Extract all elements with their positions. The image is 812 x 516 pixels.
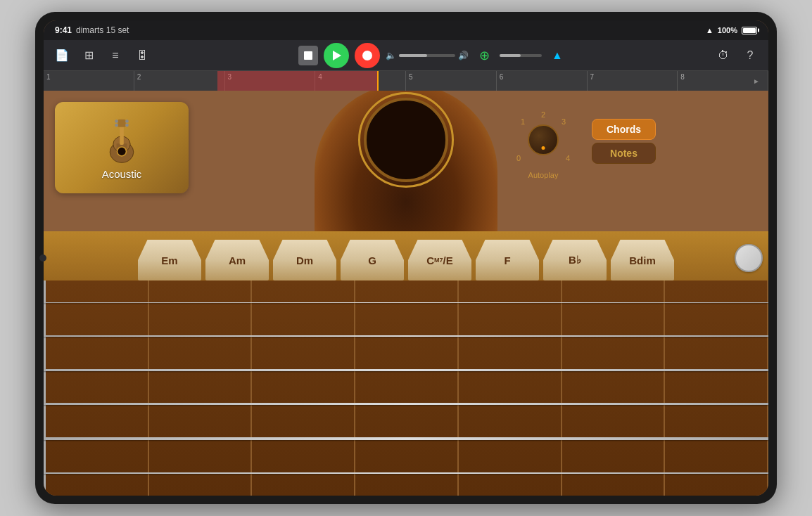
guitar-soundhole-outer — [315, 91, 497, 231]
fret-6 — [562, 280, 666, 496]
autoplay-knob[interactable] — [528, 124, 559, 155]
stop-button[interactable] — [298, 46, 318, 65]
status-time: 9:41 — [55, 25, 72, 35]
chord-bb[interactable]: B♭ — [543, 240, 607, 280]
autoplay-knob-container: 0 1 2 3 4 — [515, 112, 571, 168]
fret-2 — [149, 280, 253, 496]
autoplay-knob-dot — [542, 146, 545, 150]
record-icon — [362, 51, 372, 60]
timeline[interactable]: 1 2 3 4 5 6 7 8 ► — [44, 71, 768, 91]
autoplay-label: Autoplay — [528, 171, 559, 179]
guitar-soundhole — [364, 98, 448, 182]
status-left: 9:41 dimarts 15 set — [55, 25, 129, 35]
string-4[interactable] — [44, 403, 768, 405]
status-bar: 9:41 dimarts 15 set ▲ 100% — [44, 20, 768, 40]
loop-region[interactable] — [217, 71, 377, 91]
loop-button[interactable]: ⊕ — [474, 46, 494, 65]
chord-em[interactable]: Em — [138, 240, 201, 280]
mode-toggle: Chords Notes — [592, 119, 656, 164]
play-icon — [333, 51, 341, 60]
fret-7 — [665, 280, 768, 496]
tracks-list-button[interactable]: ≡ — [106, 46, 125, 65]
battery-fill — [743, 28, 756, 33]
chord-bdim[interactable]: Bdim — [611, 240, 674, 280]
battery-text: 100% — [718, 26, 737, 34]
new-song-button[interactable]: 📄 — [52, 46, 72, 65]
ruler-segment-5: 5 — [406, 71, 497, 91]
fret-1 — [44, 280, 149, 496]
svg-point-8 — [125, 123, 129, 127]
toolbar: 📄 ⊞ ≡ 🎛 🔈 — [44, 40, 768, 71]
status-app: dimarts 15 set — [76, 25, 129, 35]
tempo-fill — [500, 54, 521, 57]
string-6[interactable] — [44, 472, 768, 474]
svg-point-7 — [125, 120, 129, 123]
ipad-screen: 9:41 dimarts 15 set ▲ 100% 📄 ⊞ ≡ 🎛 — [44, 20, 768, 496]
chord-dm[interactable]: Dm — [273, 240, 336, 280]
fret-5 — [459, 280, 562, 496]
timeline-end-marker: ► — [753, 77, 760, 85]
string-1[interactable] — [44, 302, 768, 304]
guitar-soundhole-container — [307, 98, 505, 231]
ruler-segment-6: 6 — [497, 71, 588, 91]
svg-point-6 — [115, 123, 118, 127]
left-dot — [39, 254, 46, 262]
play-button[interactable] — [324, 43, 349, 68]
svg-point-5 — [115, 120, 118, 123]
autoplay-label-1: 1 — [521, 117, 525, 126]
playhead[interactable] — [377, 71, 379, 91]
chord-g[interactable]: G — [341, 240, 404, 280]
autoplay-section: 0 1 2 3 4 Autoplay — [515, 112, 571, 179]
chord-cm7e[interactable]: CM7/E — [408, 240, 471, 280]
svg-rect-4 — [118, 119, 125, 127]
guitar-icon — [101, 116, 143, 165]
chords-area: Em Am Dm G CM7/E F B♭ Bdim — [44, 231, 768, 280]
autoplay-label-2: 2 — [541, 110, 545, 119]
autoplay-label-0: 0 — [516, 154, 521, 162]
chord-am[interactable]: Am — [205, 240, 269, 280]
undo-button[interactable]: ⏱ — [713, 46, 733, 65]
autoplay-label-3: 3 — [562, 117, 566, 126]
toolbar-left: 📄 ⊞ ≡ 🎛 — [52, 46, 152, 65]
fret-lines — [44, 280, 768, 496]
timeline-ruler: 1 2 3 4 5 6 7 8 — [44, 71, 768, 91]
wifi-icon: ▲ — [706, 26, 713, 34]
status-right: ▲ 100% — [706, 26, 757, 34]
mixer-button[interactable]: 🎛 — [132, 46, 152, 65]
home-button[interactable] — [735, 244, 763, 272]
ruler-segment-2: 2 — [134, 71, 225, 91]
fretboard[interactable] — [44, 280, 768, 496]
volume-slider[interactable]: 🔈 🔊 — [386, 51, 469, 60]
volume-fill — [399, 54, 427, 57]
stop-icon — [304, 51, 312, 60]
screen-wrapper: 9:41 dimarts 15 set ▲ 100% 📄 ⊞ ≡ 🎛 — [44, 20, 768, 496]
svg-point-9 — [118, 147, 125, 155]
fret-3 — [252, 280, 355, 496]
main-content: Acoustic 0 1 — [44, 91, 768, 496]
guitar-thumbnail[interactable]: Acoustic — [55, 102, 189, 193]
ruler-segment-7: 7 — [588, 71, 678, 91]
help-button[interactable]: ? — [740, 46, 760, 65]
metronome-button[interactable]: ▲ — [547, 46, 567, 65]
volume-min-icon: 🔈 — [386, 51, 396, 60]
toolbar-right: ⏱ ? — [713, 46, 760, 65]
autoplay-label-4: 4 — [566, 154, 570, 162]
ipad-frame: 9:41 dimarts 15 set ▲ 100% 📄 ⊞ ≡ 🎛 — [35, 12, 777, 504]
volume-track[interactable] — [399, 54, 455, 57]
guitar-body-area: Acoustic 0 1 — [44, 91, 768, 231]
string-3[interactable] — [44, 369, 768, 371]
notes-button[interactable]: Notes — [592, 143, 656, 164]
chords-button[interactable]: Chords — [592, 119, 656, 140]
string-5[interactable] — [44, 437, 768, 440]
record-button[interactable] — [355, 43, 380, 68]
tracks-button[interactable]: ⊞ — [79, 46, 99, 65]
chord-f[interactable]: F — [476, 240, 539, 280]
guitar-label: Acoustic — [102, 168, 142, 180]
battery-icon — [742, 27, 757, 34]
string-2[interactable] — [44, 335, 768, 337]
volume-max-icon: 🔊 — [458, 51, 469, 60]
ruler-segment-1: 1 — [44, 71, 134, 91]
fret-4 — [355, 280, 459, 496]
toolbar-center: 🔈 🔊 ⊕ ▲ — [158, 43, 708, 68]
tempo-slider[interactable] — [500, 54, 542, 57]
